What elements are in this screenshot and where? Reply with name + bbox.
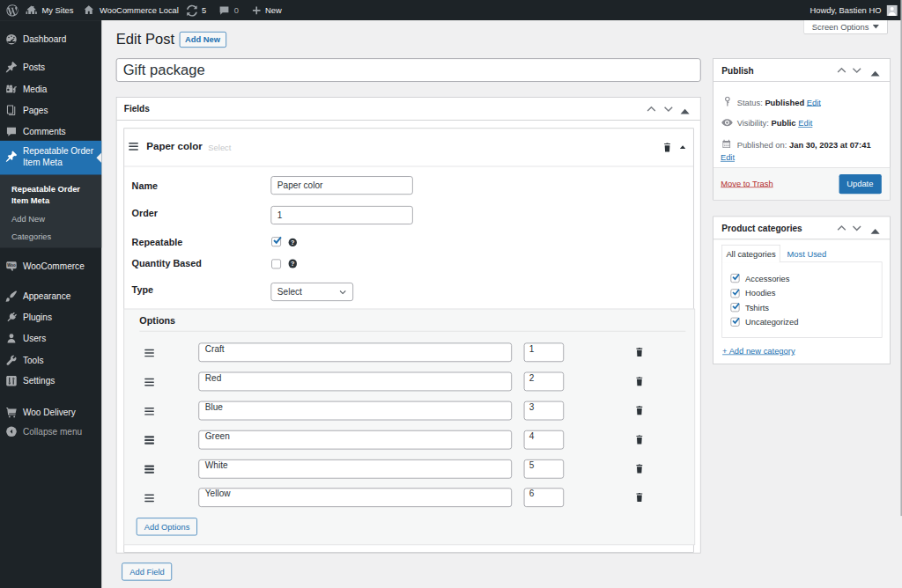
svg-text:Woo: Woo [7,264,16,268]
